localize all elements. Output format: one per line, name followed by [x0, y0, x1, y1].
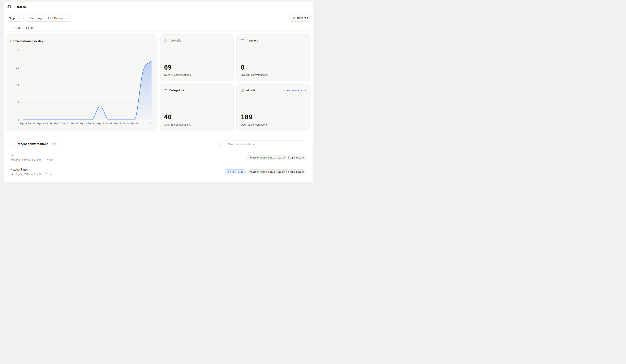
stat-subtitle: Over 35 conversations [164, 123, 191, 126]
svg-text:Sep 16: Sep 16 [19, 122, 27, 125]
message-square-icon [10, 142, 14, 146]
conversations-chart-card: Conversations per day 05101520Sep 16Sep … [6, 34, 157, 131]
conversation-id: ZVeWXgZy_Z6WltVd73s3G [10, 173, 41, 175]
conversations-per-day-chart: 05101520Sep 16Sep 17Sep 18Sep 19Sep 20Se… [6, 35, 157, 131]
agent-badge: Weather graph basic (weather-graph-basic… [247, 155, 306, 160]
view-selector-label: Graph [9, 17, 16, 20]
conversation-title: weather innyc [10, 168, 53, 171]
tools-used-badge: 2 tools used [225, 169, 245, 174]
page-title: Traces [17, 5, 26, 8]
time-range-field: Time range [29, 17, 43, 20]
svg-text:5: 5 [18, 101, 19, 104]
stat-value: 109 [241, 113, 252, 121]
svg-text:10: 10 [16, 84, 19, 86]
chevron-down-icon [65, 17, 68, 19]
conversation-row[interactable]: weather innyc ZVeWXgZy_Z6WltVd73s3G · 2h… [6, 164, 311, 179]
svg-text:Sep 18: Sep 18 [36, 122, 44, 125]
svg-text:Oct 1: Oct 1 [149, 122, 155, 125]
conversation-row[interactable]: hi mqHZP2EGh9h9BpFEwEs40 · 1h ago Weathe… [6, 151, 311, 164]
meta-separator: · [43, 159, 43, 161]
stat-value: 69 [164, 63, 172, 71]
stat-title: Delegations [169, 89, 184, 92]
toolbar: Graph Time range is Last 15 days REFRESH [6, 14, 311, 22]
svg-text:20: 20 [16, 49, 19, 52]
agent-badge: Weather graph basic (weather-graph-basic… [247, 169, 306, 174]
conversation-count-badge: 35 [51, 142, 57, 146]
svg-text:Sep 26: Sep 26 [105, 122, 112, 125]
search-conversations-input[interactable] [220, 141, 306, 148]
stat-value: 40 [164, 113, 172, 121]
svg-text:Sep 29: Sep 29 [131, 122, 138, 125]
sparkles-icon [241, 88, 244, 92]
conversation-title: hi [10, 154, 53, 157]
stat-title: AI calls [246, 89, 255, 92]
svg-text:Sep 23: Sep 23 [79, 122, 87, 125]
panel-left-icon [7, 5, 11, 9]
svg-text:Sep 17: Sep 17 [28, 122, 35, 125]
refresh-button[interactable]: REFRESH [289, 14, 311, 22]
recent-conversations-title: Recent conversations [17, 142, 48, 146]
svg-text:Sep 28: Sep 28 [122, 122, 130, 125]
chevron-right-icon [9, 27, 11, 29]
chart-title: Conversations per day [10, 40, 43, 43]
stat-value: 0 [241, 63, 245, 71]
recent-conversations-header: Recent conversations 35 [6, 137, 311, 151]
scrollbar-thumb[interactable] [312, 150, 313, 182]
stat-card-tool-calls: Tool calls 69 Over 35 conversations [159, 34, 234, 81]
conversation-time: 2h ago [45, 173, 53, 175]
arrow-up-right-icon [304, 89, 307, 92]
stat-card-transfers: Transfers 0 Over 35 conversations [236, 34, 311, 81]
view-selector-dropdown[interactable]: Graph [6, 14, 24, 22]
meta-separator: · [43, 173, 43, 175]
stat-card-ai-calls: AI calls VIEW DETAILS 109 Over 35 conver… [236, 84, 311, 131]
top-bar: Traces [4, 2, 313, 12]
svg-text:Sep 20: Sep 20 [53, 122, 61, 125]
stat-subtitle: Over 35 conversations [241, 73, 268, 77]
svg-text:0: 0 [18, 119, 19, 121]
dashboard-grid: Conversations per day 05101520Sep 16Sep … [6, 34, 311, 131]
sidebar-toggle-button[interactable] [6, 4, 12, 10]
page-card: Traces Graph Time range is Last 15 days [4, 2, 313, 182]
time-range-operator: is [44, 17, 46, 20]
view-details-link[interactable]: VIEW DETAILS [284, 89, 307, 92]
time-range-filter[interactable]: Time range is Last 15 days [26, 14, 71, 22]
header-divider [14, 5, 14, 9]
svg-text:Sep 19: Sep 19 [45, 122, 52, 125]
stat-title: Transfers [246, 39, 258, 42]
span-filters-toggle[interactable]: SPAN FILTERS [6, 24, 311, 32]
svg-text:Sep 21: Sep 21 [62, 122, 70, 125]
span-filters-label: SPAN FILTERS [14, 27, 35, 29]
users-icon [241, 39, 244, 42]
svg-text:15: 15 [16, 67, 19, 69]
refresh-icon [293, 17, 295, 19]
svg-text:Sep 22: Sep 22 [71, 122, 78, 125]
time-range-value: Last 15 days [48, 17, 63, 20]
svg-text:Sep 25: Sep 25 [96, 122, 104, 125]
arrows-icon [164, 88, 167, 92]
recent-conversations-card: Recent conversations 35 hi mqHZP2EGh9h9B… [6, 137, 311, 182]
stat-title: Tool calls [169, 39, 181, 42]
svg-text:Sep 27: Sep 27 [114, 122, 121, 125]
stat-card-delegations: Delegations 40 Over 35 conversations [159, 84, 234, 131]
conversation-time: 1h ago [45, 159, 53, 161]
stat-subtitle: Over 35 conversations [241, 123, 268, 126]
chevron-down-icon [18, 17, 21, 19]
svg-text:Sep 24: Sep 24 [88, 122, 95, 125]
view-details-label: VIEW DETAILS [284, 89, 303, 92]
refresh-label: REFRESH [297, 17, 308, 19]
stat-subtitle: Over 35 conversations [164, 73, 191, 77]
conversation-id: mqHZP2EGh9h9BpFEwEs40 [10, 159, 41, 161]
wrench-icon [164, 39, 167, 42]
conversation-row-partial [6, 179, 311, 182]
search-icon [223, 143, 226, 146]
